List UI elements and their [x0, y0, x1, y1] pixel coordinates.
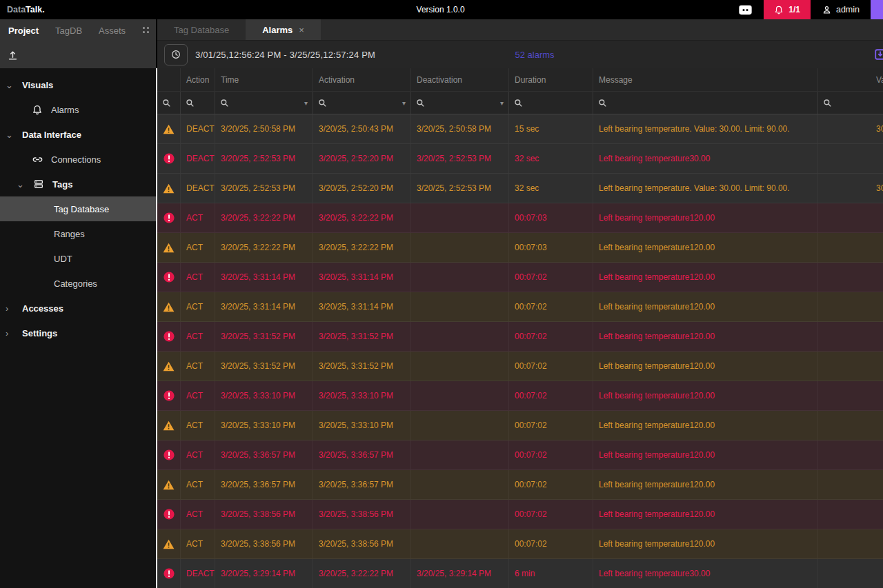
alarm-row[interactable]: ACT 3/20/25, 3:31:14 PM 3/20/25, 3:31:14… — [157, 292, 883, 322]
error-icon — [163, 390, 175, 401]
error-icon — [163, 449, 175, 460]
column-header-deactivation[interactable]: Deactivation — [411, 68, 509, 91]
warning-icon — [163, 361, 175, 372]
alarms-toolbar: 3/01/25,12:56:24 PM - 3/25/25,12:57:24 P… — [157, 40, 883, 68]
cell-activation: 3/20/25, 2:50:43 PM — [313, 114, 411, 143]
column-header-value[interactable]: Value — [818, 68, 883, 91]
alarm-row[interactable]: ACT 3/20/25, 3:31:52 PM 3/20/25, 3:31:52… — [157, 322, 883, 352]
alarm-row[interactable]: DEACT 3/20/25, 2:52:53 PM 3/20/25, 2:52:… — [157, 144, 883, 174]
alarm-row[interactable]: ACT 3/20/25, 3:38:56 PM 3/20/25, 3:38:56… — [157, 529, 883, 559]
close-icon[interactable]: × — [299, 25, 304, 35]
search-icon — [318, 99, 327, 108]
sidebar-item-udt[interactable]: UDT — [0, 246, 156, 271]
cell-duration: 00:07:03 — [509, 233, 593, 262]
chevron-down-icon[interactable]: ⌄ — [17, 179, 33, 190]
cell-message: Left bearing temperature30.00 — [593, 144, 818, 173]
alarm-row[interactable]: ACT 3/20/25, 3:33:10 PM 3/20/25, 3:33:10… — [157, 381, 883, 411]
sidebar-tab-assets[interactable]: Assets — [99, 26, 126, 36]
corner-accent-button[interactable] — [871, 0, 883, 19]
sidebar-tree: ⌄VisualsAlarms⌄Data InterfaceConnections… — [0, 68, 156, 345]
sidebar-item-visuals[interactable]: ⌄Visuals — [0, 72, 156, 97]
sidebar-item-connections[interactable]: Connections — [0, 147, 156, 172]
alarm-row[interactable]: ACT 3/20/25, 3:38:56 PM 3/20/25, 3:38:56… — [157, 500, 883, 529]
tab-alarms[interactable]: Alarms × — [246, 19, 321, 40]
alarm-row[interactable]: DEACT 3/20/25, 3:29:14 PM 3/20/25, 3:22:… — [157, 559, 883, 588]
sidebar-item-data-interface[interactable]: ⌄Data Interface — [0, 122, 156, 147]
cell-action: ACT — [181, 529, 215, 558]
filter-action[interactable] — [181, 92, 215, 114]
alarm-row[interactable]: ACT 3/20/25, 3:36:57 PM 3/20/25, 3:36:57… — [157, 440, 883, 470]
column-header-duration[interactable]: Duration — [509, 68, 593, 91]
chevron-down-icon[interactable]: ⌄ — [6, 130, 22, 140]
chevron-right-icon[interactable]: › — [6, 303, 22, 314]
cell-duration: 00:07:02 — [509, 292, 593, 321]
alarm-row[interactable]: DEACT 3/20/25, 2:50:58 PM 3/20/25, 2:50:… — [157, 114, 883, 144]
cell-value — [818, 440, 883, 469]
cell-activation: 3/20/25, 3:33:10 PM — [313, 411, 411, 440]
cell-action: DEACT — [181, 144, 215, 173]
sidebar-item-categories[interactable]: Categories — [0, 271, 156, 296]
severity-icon-cell — [157, 174, 181, 203]
filter-time[interactable]: ▾ — [215, 92, 313, 114]
filter-activation[interactable]: ▾ — [313, 92, 411, 114]
chevron-down-icon[interactable]: ⌄ — [6, 80, 22, 90]
sidebar-item-alarms[interactable]: Alarms — [0, 97, 156, 122]
search-icon — [162, 99, 171, 108]
tab-tag-database[interactable]: Tag Database — [157, 19, 246, 40]
chevron-down-icon[interactable]: ▾ — [402, 99, 406, 107]
upload-icon[interactable] — [7, 50, 19, 61]
column-header-activation[interactable]: Activation — [313, 68, 411, 91]
sidebar-tab-tagdb[interactable]: TagDB — [55, 26, 82, 36]
alarm-row[interactable]: DEACT 3/20/25, 2:52:53 PM 3/20/25, 2:52:… — [157, 174, 883, 203]
cell-action: ACT — [181, 233, 215, 262]
column-header-message[interactable]: Message — [593, 68, 818, 91]
warning-icon — [163, 183, 175, 194]
sidebar-item-label: Tag Database — [54, 204, 109, 214]
cell-time: 3/20/25, 3:38:56 PM — [215, 500, 313, 529]
download-icon[interactable] — [874, 48, 883, 61]
cell-activation: 3/20/25, 3:38:56 PM — [313, 500, 411, 529]
column-header-icon[interactable] — [157, 68, 181, 91]
cell-value — [818, 322, 883, 351]
alarm-row[interactable]: ACT 3/20/25, 3:22:22 PM 3/20/25, 3:22:22… — [157, 203, 883, 233]
history-range-button[interactable] — [164, 44, 188, 65]
cell-deactivation: 3/20/25, 2:52:53 PM — [411, 144, 509, 173]
alarm-indicator-button[interactable]: 1/1 — [764, 0, 811, 19]
alarm-row[interactable]: ACT 3/20/25, 3:36:57 PM 3/20/25, 3:36:57… — [157, 470, 883, 500]
cell-deactivation — [411, 233, 509, 262]
cell-time: 3/20/25, 3:31:14 PM — [215, 292, 313, 321]
cell-activation: 3/20/25, 3:36:57 PM — [313, 470, 411, 499]
alarm-row[interactable]: ACT 3/20/25, 3:22:22 PM 3/20/25, 3:22:22… — [157, 233, 883, 263]
user-menu[interactable]: admin — [811, 0, 871, 19]
filter-deactivation[interactable]: ▾ — [411, 92, 509, 114]
error-icon — [163, 212, 175, 223]
filter-duration[interactable] — [509, 92, 593, 114]
filter-icon[interactable] — [157, 92, 181, 114]
chevron-down-icon[interactable]: ▾ — [304, 99, 308, 107]
sidebar-item-accesses[interactable]: ›Accesses — [0, 296, 156, 321]
sidebar-item-ranges[interactable]: Ranges — [0, 221, 156, 246]
date-range-label[interactable]: 3/01/25,12:56:24 PM - 3/25/25,12:57:24 P… — [195, 50, 375, 60]
cell-deactivation: 3/20/25, 3:29:14 PM — [411, 559, 509, 588]
filter-value[interactable] — [818, 92, 883, 114]
console-icon[interactable] — [738, 5, 753, 15]
alarm-row[interactable]: ACT 3/20/25, 3:33:10 PM 3/20/25, 3:33:10… — [157, 411, 883, 440]
filter-message[interactable] — [593, 92, 818, 114]
cell-deactivation — [411, 411, 509, 440]
cell-value — [818, 233, 883, 262]
alarm-row[interactable]: ACT 3/20/25, 3:31:52 PM 3/20/25, 3:31:52… — [157, 352, 883, 381]
search-icon — [823, 99, 832, 108]
sidebar-item-settings[interactable]: ›Settings — [0, 321, 156, 345]
chevron-down-icon[interactable]: ▾ — [500, 99, 504, 107]
alarm-row[interactable]: ACT 3/20/25, 3:31:14 PM 3/20/25, 3:31:14… — [157, 263, 883, 292]
column-header-time[interactable]: Time — [215, 68, 313, 91]
grid-dots-icon[interactable] — [143, 27, 149, 33]
sidebar-item-tag-database[interactable]: Tag Database — [0, 196, 156, 221]
cell-deactivation: 3/20/25, 2:52:53 PM — [411, 174, 509, 203]
chevron-right-icon[interactable]: › — [6, 328, 22, 338]
sidebar-item-tags[interactable]: ⌄Tags — [0, 172, 156, 196]
cell-activation: 3/20/25, 3:22:22 PM — [313, 203, 411, 232]
sidebar-tab-project[interactable]: Project — [8, 26, 39, 36]
column-header-action[interactable]: Action — [181, 68, 215, 91]
search-icon — [220, 99, 229, 108]
